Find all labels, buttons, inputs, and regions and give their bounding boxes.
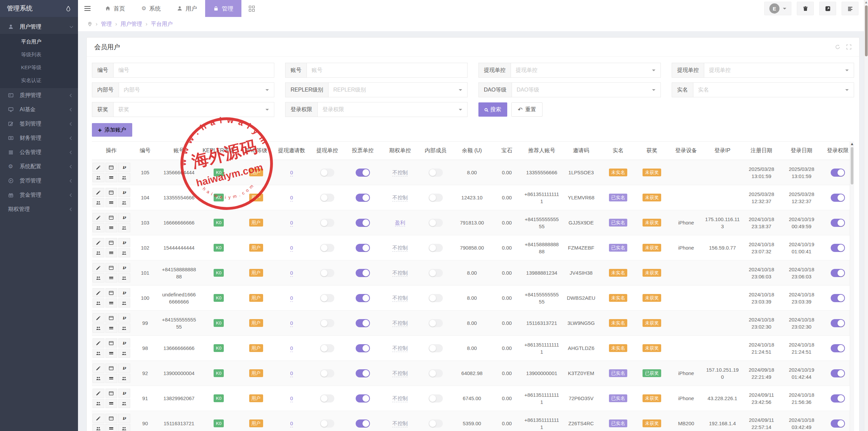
sidebar-group-user-management[interactable]: 用户管理 (0, 20, 78, 34)
invite-count-link[interactable]: 0 (290, 370, 293, 377)
detail-button[interactable] (105, 389, 117, 398)
login-permission-toggle[interactable] (831, 369, 845, 377)
filter-select-登录权限[interactable]: 登录权限 (318, 102, 468, 117)
internal-member-toggle[interactable] (429, 369, 443, 377)
table-scrollbar-thumb[interactable] (851, 147, 853, 184)
filter-input-编号[interactable]: 编号 (114, 63, 274, 78)
bankcard-button[interactable] (105, 173, 117, 182)
team-button[interactable] (93, 349, 104, 358)
bankcard-button[interactable] (105, 298, 117, 308)
invite-count-link[interactable]: 0 (290, 270, 293, 277)
sidebar-item-系统配置[interactable]: ⚙系统配置 (0, 159, 78, 174)
members-button[interactable] (118, 374, 130, 383)
edit-button[interactable] (93, 263, 104, 272)
vote-control-toggle[interactable] (356, 294, 370, 302)
login-permission-toggle[interactable] (831, 344, 845, 352)
vote-control-toggle[interactable] (356, 244, 370, 252)
balance-button[interactable]: ν (118, 364, 130, 373)
edit-button[interactable] (93, 238, 104, 247)
option-control-link[interactable]: 不控制 (392, 345, 408, 352)
edit-button[interactable] (93, 364, 104, 373)
balance-button[interactable]: ν (118, 263, 130, 272)
balance-button[interactable]: ν (118, 213, 130, 222)
nav-user[interactable]: 用户 (169, 0, 205, 17)
internal-member-toggle[interactable] (429, 344, 443, 352)
team-button[interactable] (93, 399, 104, 408)
members-button[interactable] (118, 198, 130, 207)
sidebar-item-赏金管理[interactable]: 赏金管理 (0, 188, 78, 202)
option-control-link[interactable]: 不控制 (392, 270, 408, 277)
sidebar-item-质押管理[interactable]: 质押管理 (0, 88, 78, 102)
vote-control-toggle[interactable] (356, 169, 370, 177)
vote-control-toggle[interactable] (356, 319, 370, 327)
withdraw-control-toggle[interactable] (320, 194, 334, 202)
team-button[interactable] (93, 248, 104, 257)
vote-control-toggle[interactable] (356, 394, 370, 403)
withdraw-control-toggle[interactable] (320, 169, 334, 177)
option-control-link[interactable]: 不控制 (392, 170, 408, 176)
breadcrumb-user-management[interactable]: 用户管理 (120, 21, 142, 28)
internal-member-toggle[interactable] (429, 194, 443, 202)
edit-button[interactable] (93, 414, 104, 423)
bankcard-button[interactable] (105, 349, 117, 358)
withdraw-control-toggle[interactable] (320, 244, 334, 252)
edit-button[interactable] (93, 313, 104, 322)
option-control-link[interactable]: 不控制 (392, 295, 408, 302)
clear-cache-button[interactable] (797, 2, 814, 15)
members-button[interactable] (118, 273, 130, 282)
login-permission-toggle[interactable] (831, 169, 845, 177)
vote-control-toggle[interactable] (356, 269, 370, 277)
filter-select-内部号[interactable]: 内部号 (119, 82, 274, 97)
sidebar-item-货币管理[interactable]: P货币管理 (0, 174, 78, 188)
balance-button[interactable]: ν (118, 288, 130, 297)
fullscreen-card-icon[interactable] (846, 44, 852, 50)
team-button[interactable] (93, 374, 104, 383)
vote-control-toggle[interactable] (356, 194, 370, 202)
page-scrollbar-thumb[interactable] (865, 5, 868, 56)
invite-count-link[interactable]: 0 (290, 295, 293, 302)
login-permission-toggle[interactable] (831, 194, 845, 202)
login-permission-toggle[interactable] (831, 294, 845, 302)
filter-select-提现单控[interactable]: 提现单控 (511, 63, 661, 78)
detail-button[interactable] (105, 238, 117, 247)
invite-count-link[interactable]: 0 (290, 245, 293, 252)
detail-button[interactable] (105, 288, 117, 297)
refresh-icon[interactable] (835, 44, 841, 50)
bankcard-button[interactable] (105, 324, 117, 333)
detail-button[interactable] (105, 414, 117, 423)
sidebar-item-期权管理[interactable]: 期权管理 (0, 202, 78, 216)
page-scroll-up[interactable]: ▲ (864, 0, 868, 5)
option-control-link[interactable]: 不控制 (392, 320, 408, 327)
internal-member-toggle[interactable] (429, 419, 443, 428)
option-control-link[interactable]: 不控制 (392, 245, 408, 252)
internal-member-toggle[interactable] (429, 219, 443, 227)
sidebar-item-等级列表[interactable]: 等级列表 (0, 48, 78, 61)
balance-button[interactable]: ν (118, 338, 130, 348)
edit-button[interactable] (93, 288, 104, 297)
team-button[interactable] (93, 298, 104, 308)
balance-button[interactable]: ν (118, 188, 130, 197)
bankcard-button[interactable] (105, 248, 117, 257)
edit-button[interactable] (93, 389, 104, 398)
vote-control-toggle[interactable] (356, 219, 370, 227)
invite-count-link[interactable]: 0 (290, 420, 293, 427)
edit-button[interactable] (93, 338, 104, 348)
balance-button[interactable]: ν (118, 238, 130, 247)
members-button[interactable] (118, 399, 130, 408)
invite-count-link[interactable]: 0 (290, 170, 293, 176)
filter-select-REPLER级别[interactable]: REPLER级别 (329, 82, 468, 97)
detail-button[interactable] (105, 338, 117, 348)
bankcard-button[interactable] (105, 198, 117, 207)
balance-button[interactable]: ν (118, 389, 130, 398)
sidebar-item-平台用户[interactable]: 平台用户 (0, 35, 78, 48)
detail-button[interactable] (105, 188, 117, 197)
team-button[interactable] (93, 273, 104, 282)
nav-system[interactable]: ⚙系统 (133, 0, 169, 17)
bankcard-button[interactable] (105, 399, 117, 408)
internal-member-toggle[interactable] (429, 394, 443, 403)
team-button[interactable] (93, 223, 104, 232)
members-button[interactable] (118, 424, 130, 431)
internal-member-toggle[interactable] (429, 294, 443, 302)
internal-member-toggle[interactable] (429, 319, 443, 327)
login-permission-toggle[interactable] (831, 219, 845, 227)
